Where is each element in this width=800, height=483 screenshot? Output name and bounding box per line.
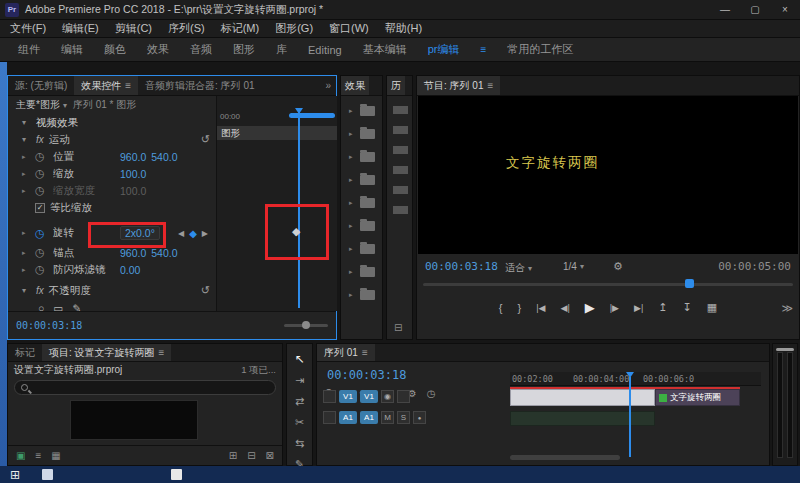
previous-keyframe-icon[interactable]: ◀ <box>178 229 184 238</box>
effects-bin-row[interactable]: ▸ <box>349 244 382 254</box>
chevron-right-icon[interactable]: ▸ <box>22 266 30 274</box>
timeline-timecode[interactable]: 00:00:03:18 <box>327 368 406 382</box>
video-effects-section[interactable]: ▾ 视频效果 <box>8 114 216 131</box>
video-clip-selected[interactable] <box>510 389 655 406</box>
stopwatch-icon[interactable]: ◷ <box>35 227 48 240</box>
menu-edit[interactable]: 编辑(E) <box>62 21 99 36</box>
stopwatch-icon[interactable]: ◷ <box>35 167 48 180</box>
voiceover-record-icon[interactable]: ● <box>413 411 426 424</box>
workspace-effects[interactable]: 效果 <box>147 42 169 57</box>
v1-target-badge[interactable]: V1 <box>360 390 378 403</box>
antiflicker-value[interactable]: 0.00 <box>120 264 140 276</box>
timeline-clock-icon[interactable]: ◷ <box>427 388 436 399</box>
workspace-basic-edit[interactable]: 基本编辑 <box>363 42 407 57</box>
a1-source-badge[interactable]: A1 <box>339 411 357 424</box>
video-preview[interactable]: 文字旋转两圈 <box>418 96 798 254</box>
workspace-color[interactable]: 颜色 <box>104 42 126 57</box>
lift-button[interactable]: ↥ <box>658 301 667 314</box>
stopwatch-icon[interactable]: ◷ <box>35 246 48 259</box>
program-timecode[interactable]: 00:00:03:18 <box>425 260 498 273</box>
next-keyframe-icon[interactable]: ▶ <box>202 229 208 238</box>
stopwatch-icon[interactable]: ◷ <box>35 150 48 163</box>
add-keyframe-icon[interactable]: ◆ <box>189 228 197 239</box>
history-item[interactable] <box>393 166 408 174</box>
step-forward-button[interactable]: |▶ <box>610 303 619 313</box>
search-input[interactable] <box>33 382 269 393</box>
mark-out-button[interactable]: } <box>518 302 522 314</box>
menu-window[interactable]: 窗口(W) <box>329 21 369 36</box>
workspace-libraries[interactable]: 库 <box>276 42 287 57</box>
more-controls-icon[interactable]: ≫ <box>781 302 793 315</box>
reset-icon[interactable]: ↺ <box>201 133 210 146</box>
mute-track-button[interactable]: M <box>381 411 394 424</box>
effects-bin-row[interactable]: ▸ <box>349 106 382 116</box>
workspace-common[interactable]: 常用的工作区 <box>507 42 573 57</box>
tab-markers[interactable]: 标记 <box>8 344 42 361</box>
go-to-in-button[interactable]: |◀ <box>536 303 545 313</box>
tab-audio-mixer[interactable]: 音频剪辑混合器: 序列 01 <box>138 76 261 95</box>
tab-effect-controls[interactable]: 效果控件 ≡ <box>74 76 138 95</box>
audio-clip[interactable] <box>510 411 655 426</box>
track-lock-icon[interactable] <box>323 411 336 424</box>
trash-icon[interactable]: ⊟ <box>394 322 402 333</box>
menu-graphics[interactable]: 图形(G) <box>275 21 313 36</box>
play-button[interactable]: ▶ <box>585 300 595 315</box>
effects-bin-row[interactable]: ▸ <box>349 129 382 139</box>
effects-bin-row[interactable]: ▸ <box>349 152 382 162</box>
automate-icon[interactable]: ⊞ <box>229 450 237 461</box>
track-lock-icon[interactable] <box>323 390 336 403</box>
effects-bin-row[interactable]: ▸ <box>349 198 382 208</box>
tab-history[interactable]: 历 <box>387 76 405 95</box>
menu-file[interactable]: 文件(F) <box>10 21 46 36</box>
history-item[interactable] <box>393 126 408 134</box>
tab-project[interactable]: 项目: 设置文字旋转两圈 ≡ <box>42 344 171 361</box>
effects-bin-row[interactable]: ▸ <box>349 267 382 277</box>
track-options-icon[interactable] <box>397 390 410 403</box>
timeline-playhead[interactable] <box>629 377 631 457</box>
history-item[interactable] <box>393 186 408 194</box>
chevron-right-icon[interactable]: ▸ <box>22 249 30 257</box>
opacity-effect-header[interactable]: ▾ fx 不透明度 ↺ <box>8 282 216 299</box>
scale-value[interactable]: 100.0 <box>120 168 146 180</box>
export-frame-button[interactable]: ▦ <box>707 301 717 314</box>
menu-markers[interactable]: 标记(M) <box>221 21 260 36</box>
reset-icon[interactable]: ↺ <box>201 284 210 297</box>
clip-bar[interactable]: 图形 <box>217 126 337 140</box>
zoom-slider[interactable] <box>284 324 328 327</box>
slip-tool[interactable]: ⇆ <box>295 437 304 450</box>
project-item-thumbnail[interactable] <box>70 400 198 440</box>
razor-tool[interactable]: ✂ <box>295 416 304 429</box>
close-button[interactable]: × <box>770 0 800 19</box>
menu-help[interactable]: 帮助(H) <box>385 21 422 36</box>
workspace-graphics[interactable]: 图形 <box>233 42 255 57</box>
graphics-clip[interactable]: 文字旋转两圈 <box>655 389 740 406</box>
effects-bin-row[interactable]: ▸ <box>349 290 382 300</box>
go-to-out-button[interactable]: ▶| <box>634 303 643 313</box>
menu-clip[interactable]: 剪辑(C) <box>115 21 152 36</box>
panel-menu-icon[interactable]: ≡ <box>125 80 131 91</box>
taskbar-app-icon[interactable] <box>42 469 53 480</box>
timecode[interactable]: 00:00:03:18 <box>16 320 82 331</box>
panel-menu-icon[interactable]: ≡ <box>487 80 493 91</box>
chevron-right-icon[interactable]: ▸ <box>22 153 30 161</box>
workspace-pr-edit[interactable]: pr编辑 <box>428 42 460 57</box>
workspace-editing-en[interactable]: Editing <box>308 44 342 56</box>
panel-menu-icon[interactable]: ≡ <box>159 347 165 358</box>
solo-track-button[interactable]: S <box>397 411 410 424</box>
tab-sequence[interactable]: 序列 01 ≡ <box>317 344 375 361</box>
menu-sequence[interactable]: 序列(S) <box>168 21 205 36</box>
ripple-edit-tool[interactable]: ⇄ <box>295 395 304 408</box>
motion-effect-header[interactable]: ▾ fx 运动 ↺ <box>8 131 216 148</box>
workspace-assembly[interactable]: 组件 <box>18 42 40 57</box>
project-writable-icon[interactable]: ▣ <box>16 450 25 461</box>
workspace-audio[interactable]: 音频 <box>190 42 212 57</box>
a1-target-badge[interactable]: A1 <box>360 411 378 424</box>
meter-knob[interactable] <box>776 348 794 351</box>
mark-in-button[interactable]: { <box>499 302 503 314</box>
track-select-tool[interactable]: ⇥ <box>295 374 304 387</box>
taskbar-app-icon[interactable] <box>171 469 182 480</box>
history-item[interactable] <box>393 106 408 114</box>
v1-source-badge[interactable]: V1 <box>339 390 357 403</box>
program-playhead[interactable] <box>685 279 694 288</box>
effects-bin-row[interactable]: ▸ <box>349 175 382 185</box>
